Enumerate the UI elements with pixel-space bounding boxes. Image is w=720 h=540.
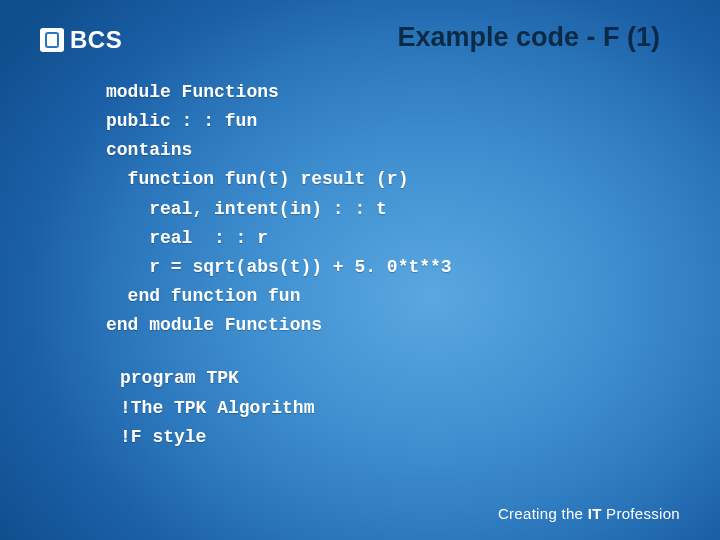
code-line: r = sqrt(abs(t)) + 5. 0*t**3: [106, 257, 452, 277]
code-line: !F style: [120, 427, 206, 447]
slide-title: Example code - F (1): [397, 22, 660, 53]
code-line: program TPK: [120, 368, 239, 388]
code-line: !The TPK Algorithm: [120, 398, 314, 418]
code-line: real, intent(in) : : t: [106, 199, 387, 219]
footer-prefix: Creating the: [498, 505, 588, 522]
slide-body: module Functions public : : fun contains…: [106, 78, 660, 452]
bcs-logo-text: BCS: [70, 26, 122, 54]
code-line: contains: [106, 140, 192, 160]
code-block-program: program TPK !The TPK Algorithm !F style: [120, 364, 660, 451]
bcs-logo-mark-icon: [40, 28, 64, 52]
code-line: end function fun: [106, 286, 300, 306]
code-line: public : : fun: [106, 111, 257, 131]
footer-bold: IT: [588, 505, 602, 522]
code-block-module: module Functions public : : fun contains…: [106, 78, 660, 340]
footer-suffix: Profession: [602, 505, 680, 522]
code-line: real : : r: [106, 228, 268, 248]
code-line: end module Functions: [106, 315, 322, 335]
code-line: module Functions: [106, 82, 279, 102]
bcs-logo: BCS: [40, 26, 122, 54]
code-line: function fun(t) result (r): [106, 169, 408, 189]
footer-tagline: Creating the IT Profession: [498, 505, 680, 522]
slide: BCS Example code - F (1) module Function…: [0, 0, 720, 540]
